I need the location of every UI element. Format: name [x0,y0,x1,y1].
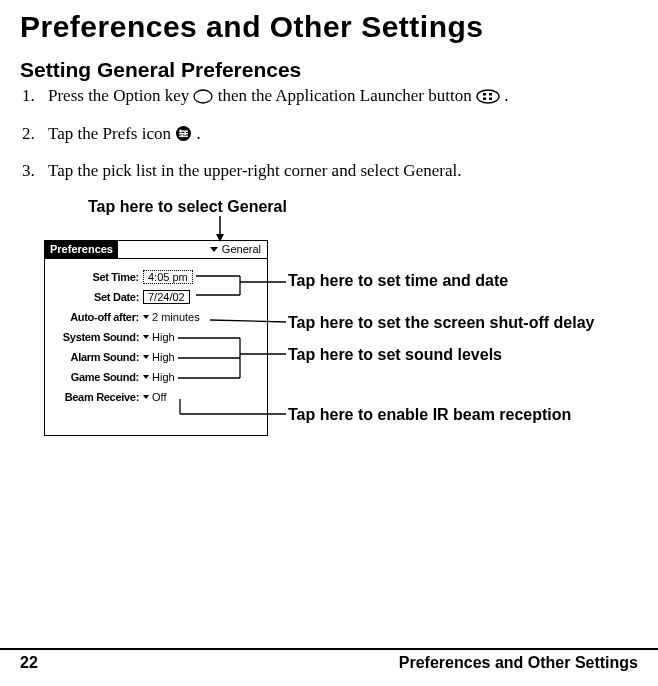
row-beam-receive[interactable]: Beam Receive: Off [51,389,261,405]
svg-rect-8 [179,133,188,134]
step-3: Tap the pick list in the upper-right cor… [20,159,638,184]
chevron-down-icon [143,375,149,379]
chevron-down-icon [210,247,218,252]
svg-rect-10 [180,129,182,132]
label-set-time: Set Time: [51,271,143,283]
row-auto-off[interactable]: Auto-off after: 2 minutes [51,309,261,325]
value-system-sound: High [152,331,175,343]
svg-rect-5 [489,98,492,101]
page-number: 22 [20,654,38,672]
value-auto-off: 2 minutes [152,311,200,323]
chevron-down-icon [143,355,149,359]
option-key-icon [193,87,213,112]
hint-select-general: Tap here to select General [88,198,287,216]
value-set-date[interactable]: 7/24/02 [143,290,190,304]
step-1-text-a: Press the Option key [48,86,193,105]
label-auto-off: Auto-off after: [51,311,143,323]
step-2-text-a: Tap the Prefs icon [48,124,175,143]
svg-rect-11 [185,132,187,135]
mock-header: Preferences General [45,241,267,259]
footer-section-title: Preferences and Other Settings [399,654,638,672]
page-title: Preferences and Other Settings [20,10,638,44]
section-subtitle: Setting General Preferences [20,58,638,82]
hint-beam-receive: Tap here to enable IR beam reception [288,406,571,424]
svg-point-1 [477,90,499,103]
label-set-date: Set Date: [51,291,143,303]
row-alarm-sound[interactable]: Alarm Sound: High [51,349,261,365]
chevron-down-icon [143,395,149,399]
svg-rect-4 [483,98,486,101]
svg-rect-3 [489,93,492,96]
value-game-sound: High [152,371,175,383]
step-2: Tap the Prefs icon . [20,122,638,150]
label-system-sound: System Sound: [51,331,143,343]
row-set-time[interactable]: Set Time: 4:05 pm [51,269,261,285]
mock-picklist[interactable]: General [210,243,267,255]
svg-point-0 [194,90,212,103]
hint-sound-levels: Tap here to set sound levels [288,346,502,364]
row-game-sound[interactable]: Game Sound: High [51,369,261,385]
prefs-mock-screenshot: Preferences General Set Time: 4:05 pm Se… [44,240,268,436]
figure-area: Tap here to select General Tap here to s… [40,198,638,468]
label-beam-receive: Beam Receive: [51,391,143,403]
value-beam-receive: Off [152,391,166,403]
steps-list: Press the Option key then the Applicatio… [20,84,638,184]
label-game-sound: Game Sound: [51,371,143,383]
row-set-date[interactable]: Set Date: 7/24/02 [51,289,261,305]
svg-rect-9 [179,135,188,136]
svg-rect-12 [182,134,184,137]
value-set-time[interactable]: 4:05 pm [143,270,193,284]
chevron-down-icon [143,335,149,339]
step-1-text-b: then the Application Launcher button [218,86,476,105]
label-alarm-sound: Alarm Sound: [51,351,143,363]
step-2-text-b: . [196,124,200,143]
step-1-text-c: . [504,86,508,105]
app-launcher-icon [476,87,500,112]
row-system-sound[interactable]: System Sound: High [51,329,261,345]
mock-picklist-value: General [222,243,261,255]
hint-shutoff-delay: Tap here to set the screen shut-off dela… [288,314,594,332]
svg-rect-2 [483,93,486,96]
prefs-icon [175,125,192,150]
chevron-down-icon [143,315,149,319]
step-1: Press the Option key then the Applicatio… [20,84,638,112]
page-footer: 22 Preferences and Other Settings [0,648,658,672]
mock-app-title: Preferences [45,241,118,258]
value-alarm-sound: High [152,351,175,363]
hint-time-date: Tap here to set time and date [288,272,508,290]
